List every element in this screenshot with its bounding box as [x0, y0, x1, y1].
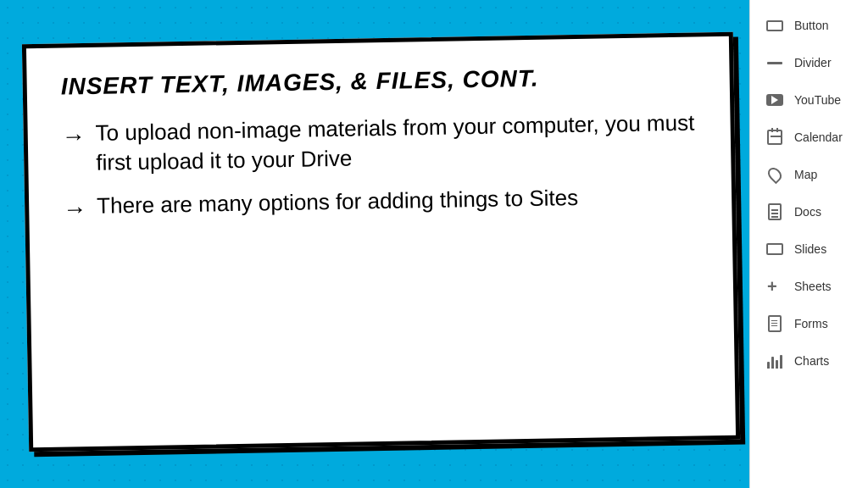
sidebar-item-charts[interactable]: Charts: [754, 343, 865, 379]
arrow-icon: →: [61, 120, 86, 152]
sidebar-item-button[interactable]: Button: [754, 8, 865, 43]
sidebar-item-map[interactable]: Map: [754, 157, 865, 192]
card-title: Insert Text, Images, & Files, Cont.: [60, 62, 695, 100]
sidebar-item-calendar[interactable]: Calendar: [754, 119, 865, 155]
sidebar-label-divider: Divider: [794, 56, 832, 69]
sidebar-item-youtube[interactable]: YouTube: [754, 82, 865, 118]
sidebar-item-slides[interactable]: Slides: [754, 231, 865, 267]
sidebar-label-sheets: Sheets: [794, 280, 832, 293]
sidebar-label-map: Map: [794, 168, 817, 181]
bullet-list: → To upload non-image materials from you…: [61, 108, 698, 225]
divider-icon: [765, 53, 784, 72]
forms-icon: [765, 314, 784, 333]
map-icon: [765, 165, 784, 184]
sidebar-label-calendar: Calendar: [794, 130, 843, 144]
sidebar-label-slides: Slides: [794, 242, 826, 256]
sidebar-item-docs[interactable]: Docs: [754, 194, 865, 230]
sidebar-label-button: Button: [794, 19, 828, 32]
sheets-icon: [765, 277, 784, 296]
sidebar-label-forms: Forms: [794, 317, 828, 330]
button-icon: [765, 16, 784, 35]
bullet-text-2: There are many options for adding things…: [97, 183, 579, 221]
charts-icon: [765, 352, 784, 370]
main-content-card: Insert Text, Images, & Files, Cont. → To…: [22, 32, 740, 452]
sidebar-label-charts: Charts: [794, 354, 829, 368]
sidebar-label-youtube: YouTube: [794, 93, 841, 107]
sidebar-item-sheets[interactable]: Sheets: [754, 269, 865, 304]
sidebar: Button Divider YouTube Calendar Map Docs: [749, 0, 868, 488]
bullet-text-1: To upload non-image materials from your …: [95, 108, 697, 178]
docs-icon: [765, 202, 784, 221]
list-item: → To upload non-image materials from you…: [61, 108, 697, 178]
youtube-icon: [765, 91, 784, 109]
sidebar-label-docs: Docs: [794, 205, 821, 219]
arrow-icon: →: [63, 193, 87, 225]
slides-icon: [765, 240, 784, 258]
list-item: → There are many options for adding thin…: [63, 181, 698, 226]
sidebar-item-forms[interactable]: Forms: [754, 306, 865, 341]
sidebar-item-divider[interactable]: Divider: [754, 45, 865, 80]
calendar-icon: [765, 128, 784, 147]
